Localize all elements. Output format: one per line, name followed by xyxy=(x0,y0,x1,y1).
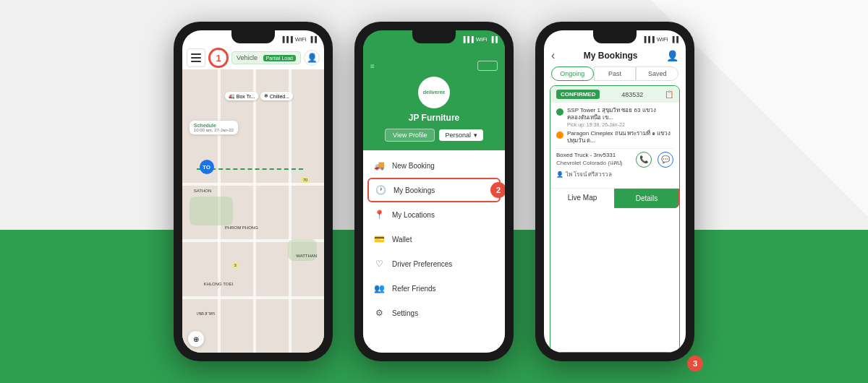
pickup-info: SSP Tower 1 สุขุมวิท ซอย 63 แขวง คลองตัน… xyxy=(567,107,673,127)
booking-profile-icon[interactable]: 👤 xyxy=(666,50,678,61)
my-bookings-icon: 🕐 xyxy=(375,184,386,196)
pickup-name: SSP Tower 1 สุขุมวิท ซอย 63 แขวง คลองตัน… xyxy=(567,107,673,122)
pickup-dot xyxy=(556,108,563,116)
tabs-row: Ongoing Past Saved xyxy=(544,66,686,81)
action-row: Live Map Details xyxy=(550,188,679,208)
menu-header-top: ≡ xyxy=(370,61,498,71)
road-v3 xyxy=(289,69,292,353)
copy-icon[interactable]: 📋 xyxy=(665,90,673,98)
driver-prefs-icon: ♡ xyxy=(373,258,385,270)
vehicle-row: Boxed Truck - 3nv5331 Chevrolet Colorado… xyxy=(556,152,673,168)
step-3-badge: 3 xyxy=(687,356,703,371)
phone-notch-1 xyxy=(231,30,275,43)
vehicle-chip-1: 🚛 Box Tr... xyxy=(225,92,259,100)
live-map-button[interactable]: Live Map xyxy=(550,189,614,208)
chat-button[interactable]: 💬 xyxy=(658,152,673,168)
hamburger-button[interactable] xyxy=(187,48,205,67)
phone-2: ▐▐▐ WiFi ▐▐ ≡ deliveree JP Furniture Vie… xyxy=(354,22,514,361)
map-marker: TO xyxy=(200,160,214,174)
my-locations-label: My Locations xyxy=(392,211,435,219)
menu-item-refer-friends[interactable]: 👥 Refer Friends xyxy=(363,276,505,301)
menu-item-driver-preferences[interactable]: ♡ Driver Preferences xyxy=(363,251,505,276)
road-label-3: 3 xyxy=(232,262,239,268)
search-vehicle-label: Vehicle xyxy=(237,54,258,61)
phone1-topbar: 1 Vehicle Partial Load 👤 xyxy=(182,46,324,69)
phone-notch-2 xyxy=(412,30,456,43)
map-label-phrom: PHROM PHONG xyxy=(225,225,258,230)
wifi-icon-3: WiFi xyxy=(657,36,668,43)
road-v2 xyxy=(253,69,256,353)
view-profile-button[interactable]: View Profile xyxy=(385,129,435,142)
step-2-badge: 2 xyxy=(490,182,505,198)
driver-prefs-label: Driver Preferences xyxy=(392,260,452,268)
menu-item-new-booking[interactable]: 🚚 New Booking xyxy=(363,153,505,178)
booking-header: ‹ My Bookings 👤 xyxy=(544,46,686,66)
vehicle-type: Boxed Truck - 3nv5331 xyxy=(556,152,622,158)
menu-item-wallet[interactable]: 💳 Wallet xyxy=(363,227,505,251)
menu-icon-right xyxy=(477,61,498,71)
vehicle-model: Chevrolet Colorado (แคป) xyxy=(556,158,622,168)
signal-icon: ▐▐▐ xyxy=(281,36,293,43)
menu-item-my-locations[interactable]: 📍 My Locations xyxy=(363,202,505,227)
status-icons-3: ▐▐▐ WiFi ▐▐ xyxy=(642,36,678,43)
schedule-title: Schedule xyxy=(194,123,234,128)
battery-icon-3: ▐▐ xyxy=(671,36,678,43)
call-button[interactable]: 📞 xyxy=(636,152,652,168)
details-button[interactable]: Details xyxy=(614,189,679,208)
my-bookings-label: My Bookings xyxy=(393,186,435,194)
wallet-label: Wallet xyxy=(392,236,412,244)
step-1-badge: 1 xyxy=(208,48,229,68)
menu-header: ≡ deliveree JP Furniture View Profile Pe… xyxy=(363,46,505,150)
menu-profile-row: View Profile Personal ▾ xyxy=(385,129,483,142)
dropoff-location-row: Paragon Cineplex ถนน พระรามที่ ๑ แขวง ปท… xyxy=(556,130,673,145)
search-bar[interactable]: Vehicle Partial Load xyxy=(231,51,301,64)
hamburger-line-1 xyxy=(191,53,201,55)
hamburger-line-2 xyxy=(191,57,201,59)
wifi-icon: WiFi xyxy=(295,36,307,43)
confirmed-badge: CONFIRMED xyxy=(556,90,600,99)
map-label-watthan: WATTHAN xyxy=(296,254,317,258)
map-label-sathon: SATHON xyxy=(194,189,212,193)
tab-ongoing[interactable]: Ongoing xyxy=(551,66,594,81)
battery-icon-2: ▐▐ xyxy=(490,36,498,43)
map-label-sathorn-th: เชต สาทร xyxy=(197,310,216,317)
driver-name-row: 👤 ไพ โรจน์ ศรีสวรวล xyxy=(556,170,673,179)
menu-item-my-bookings[interactable]: 🕐 My Bookings 2 xyxy=(367,178,501,202)
tab-saved[interactable]: Saved xyxy=(636,66,678,81)
menu-list: 🚚 New Booking 🕐 My Bookings 2 📍 My Locat… xyxy=(363,150,505,353)
dropoff-dot xyxy=(556,132,563,139)
back-button[interactable]: ‹ xyxy=(551,49,555,62)
phone1-screen: ▐▐▐ WiFi ▐▐ 1 Vehicle Partial Load xyxy=(182,30,324,353)
new-booking-label: New Booking xyxy=(392,162,435,170)
map-area: 🚛 Box Tr... ❄ Chilled... Schedule 10:00 … xyxy=(182,69,324,353)
signal-icon-2: ▐▐▐ xyxy=(461,36,474,43)
new-booking-icon: 🚚 xyxy=(373,160,385,171)
vehicle-chip-2: ❄ Chilled... xyxy=(260,92,293,100)
refer-friends-icon: 👥 xyxy=(373,283,385,294)
wallet-icon: 💳 xyxy=(373,233,385,245)
menu-username: JP Furniture xyxy=(409,113,459,123)
menu-item-settings[interactable]: ⚙ Settings xyxy=(363,301,505,325)
hamburger-line-3 xyxy=(191,61,201,62)
map-label-khlong: KHLONG TOEI xyxy=(203,282,233,286)
status-icons-2: ▐▐▐ WiFi ▐▐ xyxy=(461,36,498,43)
tab-past[interactable]: Past xyxy=(594,66,637,81)
location-button[interactable]: ⊕ xyxy=(188,331,204,347)
booking-id: 483532 xyxy=(621,91,643,98)
schedule-time: 10:00 am, 27-Jan-22 xyxy=(194,128,234,132)
contact-icons: 📞 💬 xyxy=(636,152,673,168)
status-icons-1: ▐▐▐ WiFi ▐▐ xyxy=(281,36,317,43)
booking-card-header: CONFIRMED 483532 📋 xyxy=(550,86,679,103)
battery-icon: ▐▐ xyxy=(309,36,317,43)
deliveroo-logo: deliveree xyxy=(418,77,450,108)
personal-dropdown[interactable]: Personal ▾ xyxy=(439,129,483,141)
phone-1: ▐▐▐ WiFi ▐▐ 1 Vehicle Partial Load xyxy=(174,22,333,361)
profile-icon-1[interactable]: 👤 xyxy=(304,50,320,66)
road-label-70: 70 xyxy=(301,177,310,183)
wifi-icon-2: WiFi xyxy=(476,36,488,43)
pickup-time: Pick up: 19:38, 26-Jan-22 xyxy=(567,122,673,127)
schedule-chip: Schedule 10:00 am, 27-Jan-22 xyxy=(190,121,238,134)
dropoff-info: Paragon Cineplex ถนน พระรามที่ ๑ แขวง ปท… xyxy=(567,130,673,145)
booking-card: CONFIRMED 483532 📋 SSP Tower 1 สุขุมวิท … xyxy=(550,85,680,353)
divider-1 xyxy=(556,148,673,149)
